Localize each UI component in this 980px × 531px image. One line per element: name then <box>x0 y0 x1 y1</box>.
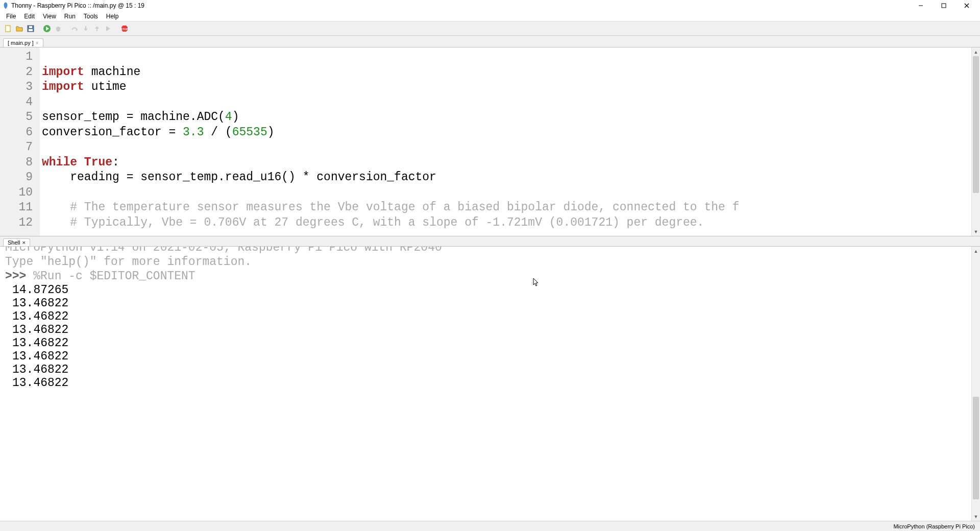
shell-output-line: 13.46822 <box>5 310 966 323</box>
code-line[interactable]: reading = sensor_temp.read_u16() * conve… <box>42 170 971 185</box>
run-icon[interactable] <box>42 23 52 34</box>
window-title: Thonny - Raspberry Pi Pico :: /main.py @… <box>11 2 144 9</box>
code-line[interactable]: while True: <box>42 155 971 171</box>
menu-run[interactable]: Run <box>60 12 80 21</box>
window-controls <box>909 0 978 11</box>
menu-bar: File Edit View Run Tools Help <box>0 11 980 21</box>
close-icon[interactable]: × <box>36 40 39 46</box>
code-line[interactable]: sensor_temp = machine.ADC(4) <box>42 110 971 125</box>
scroll-thumb[interactable] <box>973 56 979 193</box>
new-file-icon[interactable] <box>3 23 13 34</box>
editor-scrollbar[interactable]: ▲ ▼ <box>971 47 980 236</box>
debug-icon[interactable] <box>53 23 63 34</box>
scroll-track[interactable] <box>972 255 980 512</box>
scroll-down-icon[interactable]: ▼ <box>972 512 980 521</box>
line-number: 12 <box>0 215 40 231</box>
close-icon[interactable]: × <box>22 239 25 246</box>
scroll-down-icon[interactable]: ▼ <box>972 227 980 236</box>
shell-output-line: 13.46822 <box>5 336 966 350</box>
shell-content[interactable]: MicroPython v1.14 on 2021-02-05; Raspber… <box>0 247 971 521</box>
shell-banner: MicroPython v1.14 on 2021-02-05; Raspber… <box>5 247 966 255</box>
line-number: 3 <box>0 80 40 95</box>
line-number: 9 <box>0 170 40 185</box>
code-line[interactable] <box>42 50 971 65</box>
menu-help[interactable]: Help <box>102 12 123 21</box>
step-into-icon[interactable] <box>81 23 91 34</box>
line-number: 5 <box>0 110 40 125</box>
maximize-button[interactable] <box>932 0 955 11</box>
line-number: 7 <box>0 140 40 155</box>
toolbar: STOP <box>0 21 980 36</box>
code-editor[interactable]: 123456789101112 import machineimport uti… <box>0 47 980 236</box>
app-icon <box>2 2 9 9</box>
code-content[interactable]: import machineimport utimesensor_temp = … <box>40 47 971 236</box>
svg-rect-7 <box>29 26 32 28</box>
shell-output-line: 13.46822 <box>5 363 966 376</box>
svg-rect-6 <box>29 29 33 31</box>
line-number: 4 <box>0 95 40 110</box>
shell-banner: Type "help()" for more information. <box>5 255 966 269</box>
code-line[interactable] <box>42 140 971 155</box>
tab-shell[interactable]: Shell × <box>3 238 30 246</box>
editor-tab-bar: [ main.py ] × <box>0 36 980 47</box>
shell-prompt-line[interactable]: >>> %Run -c $EDITOR_CONTENT <box>5 269 966 283</box>
scroll-up-icon[interactable]: ▲ <box>972 47 980 56</box>
step-out-icon[interactable] <box>92 23 102 34</box>
close-button[interactable] <box>955 0 978 11</box>
save-file-icon[interactable] <box>26 23 36 34</box>
open-file-icon[interactable] <box>14 23 24 34</box>
shell-tab-label: Shell <box>8 239 20 246</box>
backend-indicator[interactable]: MicroPython (Raspberry Pi Pico) <box>893 523 975 529</box>
menu-tools[interactable]: Tools <box>80 12 102 21</box>
line-number: 2 <box>0 65 40 80</box>
line-number-gutter: 123456789101112 <box>0 47 40 236</box>
tab-label: [ main.py ] <box>8 40 34 46</box>
code-line[interactable]: import machine <box>42 65 971 80</box>
line-number: 1 <box>0 50 40 65</box>
line-number: 8 <box>0 155 40 171</box>
svg-text:STOP: STOP <box>121 27 129 30</box>
line-number: 6 <box>0 125 40 140</box>
scroll-up-icon[interactable]: ▲ <box>972 247 980 255</box>
shell-tab-bar: Shell × <box>0 236 980 246</box>
tab-main-py[interactable]: [ main.py ] × <box>3 38 43 47</box>
step-over-icon[interactable] <box>69 23 80 34</box>
svg-rect-1 <box>942 4 946 8</box>
scroll-track[interactable] <box>972 56 980 227</box>
shell-panel[interactable]: MicroPython v1.14 on 2021-02-05; Raspber… <box>0 246 980 521</box>
minimize-button[interactable] <box>909 0 932 11</box>
code-line[interactable]: # The temperature sensor measures the Vb… <box>42 200 971 215</box>
svg-point-9 <box>56 27 60 32</box>
code-line[interactable]: # Typically, Vbe = 0.706V at 27 degrees … <box>42 215 971 231</box>
code-line[interactable]: import utime <box>42 80 971 95</box>
status-bar: MicroPython (Raspberry Pi Pico) <box>0 521 980 531</box>
code-line[interactable]: conversion_factor = 3.3 / (65535) <box>42 125 971 140</box>
resume-icon[interactable] <box>103 23 113 34</box>
line-number: 10 <box>0 185 40 201</box>
scroll-thumb[interactable] <box>973 397 979 499</box>
title-bar: Thonny - Raspberry Pi Pico :: /main.py @… <box>0 0 980 11</box>
code-line[interactable] <box>42 95 971 110</box>
line-number: 11 <box>0 200 40 215</box>
menu-view[interactable]: View <box>39 12 60 21</box>
stop-icon[interactable]: STOP <box>119 23 130 34</box>
menu-file[interactable]: File <box>2 12 20 21</box>
shell-output-line: 13.46822 <box>5 350 966 363</box>
shell-output-line: 14.87265 <box>5 283 966 297</box>
menu-edit[interactable]: Edit <box>20 12 39 21</box>
code-line[interactable] <box>42 185 971 201</box>
shell-scrollbar[interactable]: ▲ ▼ <box>971 247 980 521</box>
shell-output-line: 13.46822 <box>5 297 966 310</box>
shell-output-line: 13.46822 <box>5 323 966 336</box>
shell-output-line: 13.46822 <box>5 376 966 390</box>
